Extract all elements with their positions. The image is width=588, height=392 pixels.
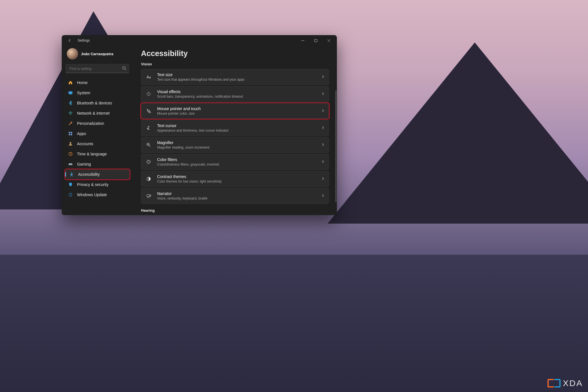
svg-rect-0 [315,39,317,42]
sidebar-item-personalization[interactable]: Personalization [65,118,130,128]
svg-rect-8 [71,134,72,135]
wifi-icon [68,111,73,116]
sidebar-item-label: Apps [77,131,86,136]
sidebar-item-accessibility[interactable]: Accessibility [65,169,130,179]
card-desc: Appearance and thickness, text cursor in… [157,128,321,132]
main-content: Accessibility Vision Text sizeText size … [133,46,337,215]
bluetooth-icon [68,100,73,106]
chevron-right-icon [321,108,325,113]
sidebar-item-gaming[interactable]: Gaming [65,159,130,169]
xda-watermark: XDA [548,378,583,388]
setting-visual-effects[interactable]: Visual effectsScroll bars, transparency,… [141,86,329,102]
sidebar: João Carrasqueira Home System Bluetooth … [62,46,133,215]
chevron-right-icon [321,159,325,164]
nav-list: Home System Bluetooth & devices Network … [65,78,130,200]
card-title: Magnifier [157,140,321,145]
sparkle-icon [145,91,152,97]
clock-icon [68,151,73,157]
cursor-icon [145,108,152,113]
setting-narrator[interactable]: NarratorVoice, verbosity, keyboard, brai… [141,188,329,204]
svg-point-16 [149,161,150,162]
text-size-icon [145,74,152,80]
card-title: Mouse pointer and touch [157,106,321,111]
svg-rect-3 [70,94,71,95]
app-title: Settings [78,38,90,42]
card-desc: Colorblindness filters, grayscale, inver… [157,162,321,166]
avatar [67,48,78,59]
card-desc: Scroll bars, transparency, animations, n… [157,95,321,98]
card-title: Contrast themes [157,174,321,179]
minimize-button[interactable] [296,36,309,45]
sidebar-item-windows-update[interactable]: Windows Update [65,190,130,200]
svg-rect-18 [147,195,150,197]
person-icon [68,141,73,146]
card-title: Color filters [157,157,321,162]
scrollbar[interactable] [335,91,336,202]
card-title: Visual effects [157,89,321,94]
sidebar-item-label: Network & internet [77,111,110,115]
narrator-icon [145,193,152,198]
sidebar-item-accounts[interactable]: Accounts [65,139,130,149]
close-button[interactable] [322,36,335,45]
sidebar-item-label: Personalization [77,121,104,126]
user-name: João Carrasqueira [81,52,113,56]
search-input[interactable] [66,64,129,73]
chevron-right-icon [321,176,325,181]
setting-text-size[interactable]: Text sizeText size that appears througho… [141,69,329,85]
settings-window: Settings João Carrasqueira Home [62,35,337,215]
svg-point-9 [70,142,71,144]
gamepad-icon [68,162,73,167]
palette-icon [145,159,152,164]
sidebar-item-network[interactable]: Network & internet [65,108,130,118]
card-desc: Text size that appears throughout Window… [157,78,321,82]
apps-icon [68,131,73,136]
sidebar-item-system[interactable]: System [65,88,130,98]
svg-rect-6 [71,132,72,133]
svg-rect-7 [69,134,70,135]
chevron-right-icon [321,125,325,130]
svg-point-15 [148,161,149,161]
section-title-hearing: Hearing [141,208,329,213]
svg-point-4 [70,114,71,115]
watermark-text: XDA [563,378,583,388]
setting-text-cursor[interactable]: Text cursorAppearance and thickness, tex… [141,120,329,136]
update-icon [68,192,73,197]
search-container [66,64,129,73]
card-title: Text cursor [157,123,321,128]
user-account-row[interactable]: João Carrasqueira [65,47,130,62]
card-title: Narrator [157,191,321,196]
svg-point-1 [123,67,125,69]
sidebar-item-apps[interactable]: Apps [65,128,130,139]
setting-mouse-pointer[interactable]: Mouse pointer and touchMouse pointer col… [141,103,329,119]
sidebar-item-time[interactable]: Time & language [65,149,130,159]
sidebar-item-label: Home [77,80,87,85]
setting-magnifier[interactable]: MagnifierMagnifier reading, zoom increme… [141,137,329,153]
setting-contrast-themes[interactable]: Contrast themesColor themes for low visi… [141,171,329,187]
sidebar-item-label: Bluetooth & devices [77,101,112,105]
chevron-right-icon [321,193,325,198]
svg-point-14 [147,161,148,162]
sidebar-item-label: Time & language [77,152,107,156]
chevron-right-icon [321,142,325,147]
svg-rect-5 [69,132,70,133]
sidebar-item-privacy[interactable]: Privacy & security [65,179,130,190]
section-title-vision: Vision [141,62,329,66]
maximize-button[interactable] [309,36,322,45]
setting-color-filters[interactable]: Color filtersColorblindness filters, gra… [141,154,329,170]
bracket-right-icon [554,379,561,387]
card-desc: Magnifier reading, zoom increment [157,145,321,149]
sidebar-item-label: Windows Update [77,192,107,197]
back-button[interactable] [66,37,74,44]
text-cursor-icon [145,125,152,130]
card-desc: Color themes for low vision, light sensi… [157,179,321,183]
accessibility-icon [69,172,74,177]
card-desc: Mouse pointer color, size [157,112,321,115]
sidebar-item-label: Accessibility [78,172,100,177]
sidebar-item-home[interactable]: Home [65,78,130,88]
card-desc: Voice, verbosity, keyboard, braille [157,196,321,200]
svg-point-11 [71,172,72,173]
system-icon [68,90,73,95]
sidebar-item-bluetooth[interactable]: Bluetooth & devices [65,98,130,108]
card-title: Text size [157,72,321,77]
paintbrush-icon [68,121,73,126]
